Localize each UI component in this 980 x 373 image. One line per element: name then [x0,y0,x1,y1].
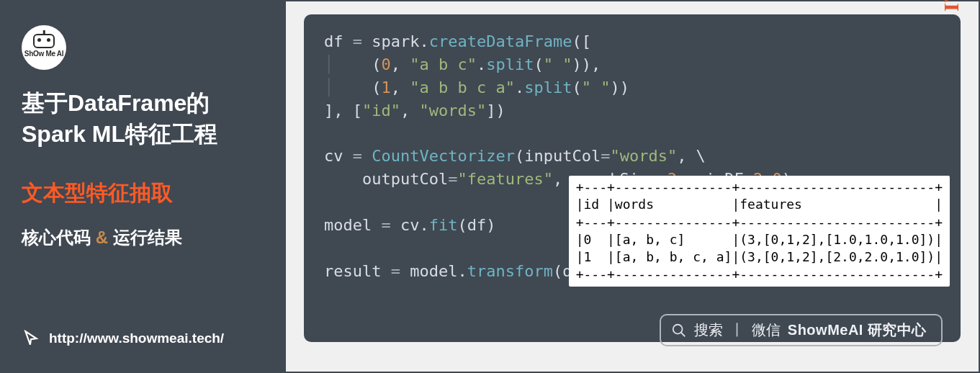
meta-suffix: 运行结果 [108,228,182,247]
search-label-2: 微信 [752,320,781,340]
svg-line-1 [681,332,685,336]
brand-name: ShowMeAI 研究中心 [788,320,927,340]
search-icon [671,323,687,338]
separator: 丨 [730,320,745,340]
output-table: +---+---------------+-------------------… [569,176,950,287]
left-panel: ShOw Me AI 基于DataFrame的 Spark ML特征工程 文本型… [0,0,284,373]
logo-label: ShOw Me AI [24,50,63,58]
search-label-1: 搜索 [694,320,723,340]
title-line-2: Spark ML特征工程 [22,119,263,150]
ampersand: & [96,228,108,247]
table-border: +---+---------------+-------------------… [576,179,943,194]
url-text[interactable]: http://www.showmeai.tech/ [49,331,224,346]
robot-icon [33,34,55,48]
right-panel: df = spark.createDataFrame([ │ (0, "a b … [284,0,980,373]
watermark: ShowMeAI [940,0,964,12]
logo: ShOw Me AI [22,25,263,70]
table-row: |1 |[a, b, b, c, a]|(3,[0,1,2],[2.0,2.0,… [576,249,943,264]
table-header: |id |words |features | [576,197,943,212]
search-pill[interactable]: 搜索 丨 微信 ShowMeAI 研究中心 [660,314,943,346]
title-line-1: 基于DataFrame的 [22,88,263,119]
subtitle: 文本型特征抽取 [22,179,263,208]
table-border: +---+---------------+-------------------… [576,215,943,230]
logo-circle: ShOw Me AI [22,25,66,70]
table-row: |0 |[a, b, c] |(3,[0,1,2],[1.0,1.0,1.0])… [576,232,943,247]
url-line: http://www.showmeai.tech/ [22,329,224,348]
meta-prefix: 核心代码 [22,228,96,247]
table-border: +---+---------------+-------------------… [576,266,943,282]
cursor-icon [22,329,40,348]
svg-point-0 [673,324,683,333]
meta-line: 核心代码 & 运行结果 [22,226,263,249]
